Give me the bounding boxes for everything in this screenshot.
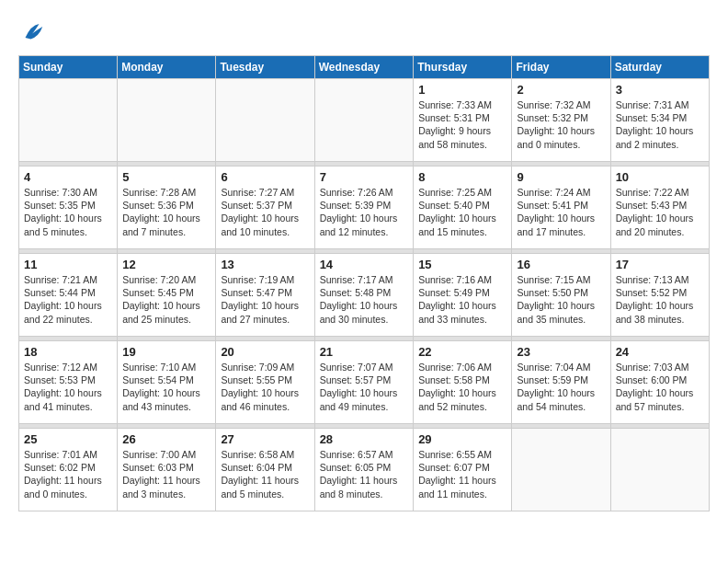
calendar-day-cell: 5Sunrise: 7:28 AM Sunset: 5:36 PM Daylig… xyxy=(118,167,216,249)
day-detail: Sunrise: 7:07 AM Sunset: 5:57 PM Dayligh… xyxy=(320,361,409,413)
calendar-table: SundayMondayTuesdayWednesdayThursdayFrid… xyxy=(18,55,710,511)
calendar-week-row: 18Sunrise: 7:12 AM Sunset: 5:53 PM Dayli… xyxy=(19,341,710,424)
day-detail: Sunrise: 7:13 AM Sunset: 5:52 PM Dayligh… xyxy=(616,273,704,326)
calendar-day-cell: 11Sunrise: 7:21 AM Sunset: 5:44 PM Dayli… xyxy=(19,254,118,337)
calendar-day-cell: 16Sunrise: 7:15 AM Sunset: 5:50 PM Dayli… xyxy=(512,254,610,337)
day-detail: Sunrise: 7:21 AM Sunset: 5:44 PM Dayligh… xyxy=(24,273,112,326)
day-number: 4 xyxy=(24,170,112,184)
day-detail: Sunrise: 7:31 AM Sunset: 5:34 PM Dayligh… xyxy=(616,98,704,151)
calendar-day-cell xyxy=(19,79,118,162)
calendar-day-cell: 10Sunrise: 7:22 AM Sunset: 5:43 PM Dayli… xyxy=(610,167,709,249)
day-number: 14 xyxy=(320,258,409,271)
header xyxy=(18,18,710,46)
calendar-day-cell: 6Sunrise: 7:27 AM Sunset: 5:37 PM Daylig… xyxy=(216,167,314,249)
day-detail: Sunrise: 7:10 AM Sunset: 5:54 PM Dayligh… xyxy=(122,361,210,413)
day-detail: Sunrise: 7:06 AM Sunset: 5:58 PM Dayligh… xyxy=(418,361,506,413)
day-number: 21 xyxy=(320,345,409,359)
day-number: 19 xyxy=(122,345,210,359)
calendar-day-cell: 1Sunrise: 7:33 AM Sunset: 5:31 PM Daylig… xyxy=(414,79,512,162)
day-detail: Sunrise: 7:16 AM Sunset: 5:49 PM Dayligh… xyxy=(418,273,506,326)
day-detail: Sunrise: 7:01 AM Sunset: 6:02 PM Dayligh… xyxy=(24,448,112,500)
day-of-week-header: Monday xyxy=(118,56,216,79)
day-of-week-header: Saturday xyxy=(610,56,709,79)
calendar-day-cell: 15Sunrise: 7:16 AM Sunset: 5:49 PM Dayli… xyxy=(414,254,512,337)
day-detail: Sunrise: 7:03 AM Sunset: 6:00 PM Dayligh… xyxy=(616,361,704,413)
day-detail: Sunrise: 7:22 AM Sunset: 5:43 PM Dayligh… xyxy=(616,186,704,238)
day-number: 8 xyxy=(418,170,506,184)
calendar-day-cell xyxy=(118,79,216,162)
day-number: 29 xyxy=(418,432,506,446)
calendar-day-cell xyxy=(512,429,610,511)
day-detail: Sunrise: 7:20 AM Sunset: 5:45 PM Dayligh… xyxy=(122,273,210,326)
calendar-day-cell: 25Sunrise: 7:01 AM Sunset: 6:02 PM Dayli… xyxy=(19,429,118,511)
calendar-day-cell: 17Sunrise: 7:13 AM Sunset: 5:52 PM Dayli… xyxy=(610,254,709,337)
day-number: 6 xyxy=(221,170,309,184)
calendar-week-row: 11Sunrise: 7:21 AM Sunset: 5:44 PM Dayli… xyxy=(19,254,710,337)
calendar-day-cell: 23Sunrise: 7:04 AM Sunset: 5:59 PM Dayli… xyxy=(512,341,610,424)
day-number: 22 xyxy=(418,345,506,359)
calendar-day-cell: 13Sunrise: 7:19 AM Sunset: 5:47 PM Dayli… xyxy=(216,254,314,337)
day-detail: Sunrise: 7:27 AM Sunset: 5:37 PM Dayligh… xyxy=(221,186,309,238)
calendar-day-cell: 12Sunrise: 7:20 AM Sunset: 5:45 PM Dayli… xyxy=(118,254,216,337)
calendar-day-cell: 2Sunrise: 7:32 AM Sunset: 5:32 PM Daylig… xyxy=(512,79,610,162)
day-detail: Sunrise: 7:00 AM Sunset: 6:03 PM Dayligh… xyxy=(122,448,210,500)
day-of-week-header: Wednesday xyxy=(314,56,414,79)
day-number: 9 xyxy=(517,170,605,184)
day-detail: Sunrise: 7:25 AM Sunset: 5:40 PM Dayligh… xyxy=(418,186,506,238)
day-detail: Sunrise: 6:58 AM Sunset: 6:04 PM Dayligh… xyxy=(221,448,309,500)
day-detail: Sunrise: 7:28 AM Sunset: 5:36 PM Dayligh… xyxy=(122,186,210,238)
day-number: 2 xyxy=(517,83,605,97)
day-number: 20 xyxy=(221,345,309,359)
day-detail: Sunrise: 6:55 AM Sunset: 6:07 PM Dayligh… xyxy=(418,448,506,500)
calendar-day-cell: 18Sunrise: 7:12 AM Sunset: 5:53 PM Dayli… xyxy=(19,341,118,424)
day-detail: Sunrise: 7:33 AM Sunset: 5:31 PM Dayligh… xyxy=(418,98,506,151)
day-of-week-header: Friday xyxy=(512,56,610,79)
day-detail: Sunrise: 7:12 AM Sunset: 5:53 PM Dayligh… xyxy=(24,361,112,413)
day-number: 12 xyxy=(122,258,210,271)
calendar-day-cell: 9Sunrise: 7:24 AM Sunset: 5:41 PM Daylig… xyxy=(512,167,610,249)
day-number: 5 xyxy=(122,170,210,184)
day-detail: Sunrise: 6:57 AM Sunset: 6:05 PM Dayligh… xyxy=(320,448,409,500)
calendar-week-row: 4Sunrise: 7:30 AM Sunset: 5:35 PM Daylig… xyxy=(19,167,710,249)
calendar-week-row: 1Sunrise: 7:33 AM Sunset: 5:31 PM Daylig… xyxy=(19,79,710,162)
day-number: 17 xyxy=(616,258,704,271)
day-number: 25 xyxy=(24,432,112,446)
day-of-week-header: Thursday xyxy=(414,56,512,79)
day-detail: Sunrise: 7:04 AM Sunset: 5:59 PM Dayligh… xyxy=(517,361,605,413)
day-detail: Sunrise: 7:32 AM Sunset: 5:32 PM Dayligh… xyxy=(517,98,605,151)
logo-bird-icon xyxy=(18,18,46,46)
calendar-day-cell: 7Sunrise: 7:26 AM Sunset: 5:39 PM Daylig… xyxy=(314,167,414,249)
day-detail: Sunrise: 7:26 AM Sunset: 5:39 PM Dayligh… xyxy=(320,186,409,238)
day-number: 3 xyxy=(616,83,704,97)
day-detail: Sunrise: 7:17 AM Sunset: 5:48 PM Dayligh… xyxy=(320,273,409,326)
day-number: 11 xyxy=(24,258,112,271)
calendar-day-cell xyxy=(216,79,314,162)
day-number: 26 xyxy=(122,432,210,446)
day-detail: Sunrise: 7:30 AM Sunset: 5:35 PM Dayligh… xyxy=(24,186,112,238)
day-of-week-header: Sunday xyxy=(19,56,118,79)
calendar-header-row: SundayMondayTuesdayWednesdayThursdayFrid… xyxy=(19,56,710,79)
day-of-week-header: Tuesday xyxy=(216,56,314,79)
calendar-day-cell: 22Sunrise: 7:06 AM Sunset: 5:58 PM Dayli… xyxy=(414,341,512,424)
day-number: 10 xyxy=(616,170,704,184)
calendar-day-cell: 24Sunrise: 7:03 AM Sunset: 6:00 PM Dayli… xyxy=(610,341,709,424)
day-number: 23 xyxy=(517,345,605,359)
calendar-day-cell xyxy=(610,429,709,511)
calendar-day-cell: 8Sunrise: 7:25 AM Sunset: 5:40 PM Daylig… xyxy=(414,167,512,249)
day-number: 16 xyxy=(517,258,605,271)
day-number: 18 xyxy=(24,345,112,359)
calendar-week-row: 25Sunrise: 7:01 AM Sunset: 6:02 PM Dayli… xyxy=(19,429,710,511)
logo xyxy=(18,18,50,46)
day-number: 15 xyxy=(418,258,506,271)
calendar-day-cell: 28Sunrise: 6:57 AM Sunset: 6:05 PM Dayli… xyxy=(314,429,414,511)
day-detail: Sunrise: 7:15 AM Sunset: 5:50 PM Dayligh… xyxy=(517,273,605,326)
day-number: 28 xyxy=(320,432,409,446)
calendar-day-cell: 3Sunrise: 7:31 AM Sunset: 5:34 PM Daylig… xyxy=(610,79,709,162)
calendar-day-cell: 26Sunrise: 7:00 AM Sunset: 6:03 PM Dayli… xyxy=(118,429,216,511)
day-detail: Sunrise: 7:19 AM Sunset: 5:47 PM Dayligh… xyxy=(221,273,309,326)
day-detail: Sunrise: 7:09 AM Sunset: 5:55 PM Dayligh… xyxy=(221,361,309,413)
calendar-day-cell: 20Sunrise: 7:09 AM Sunset: 5:55 PM Dayli… xyxy=(216,341,314,424)
calendar-day-cell: 27Sunrise: 6:58 AM Sunset: 6:04 PM Dayli… xyxy=(216,429,314,511)
calendar-day-cell: 19Sunrise: 7:10 AM Sunset: 5:54 PM Dayli… xyxy=(118,341,216,424)
day-detail: Sunrise: 7:24 AM Sunset: 5:41 PM Dayligh… xyxy=(517,186,605,238)
